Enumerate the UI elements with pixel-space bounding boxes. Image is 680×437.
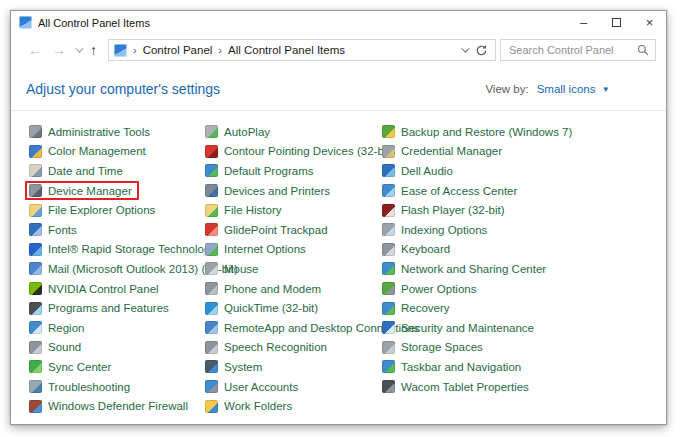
cp-item-keyboard[interactable]: Keyboard: [378, 240, 457, 260]
cp-item-label: Security and Maintenance: [401, 322, 534, 334]
back-button[interactable]: ←: [23, 43, 47, 57]
cp-item-label: System: [224, 361, 262, 373]
color-management-icon: [29, 145, 42, 158]
cp-item-label: Windows Defender Firewall: [48, 400, 188, 412]
cp-item-power-options[interactable]: Power Options: [378, 279, 483, 299]
breadcrumb-control-panel[interactable]: Control Panel: [143, 44, 213, 56]
cp-item-label: Network and Sharing Center: [401, 263, 546, 275]
cp-item-region[interactable]: Region: [25, 318, 91, 338]
cp-item-default-programs[interactable]: Default Programs: [201, 161, 320, 181]
close-button[interactable]: ×: [633, 11, 666, 34]
forward-button[interactable]: →: [47, 43, 71, 57]
cp-item-programs-and-features[interactable]: Programs and Features: [25, 298, 176, 318]
cp-item-quicktime-32-bit[interactable]: QuickTime (32-bit): [201, 298, 325, 318]
cp-item-label: Recovery: [401, 302, 450, 314]
cp-item-taskbar-and-navigation[interactable]: Taskbar and Navigation: [378, 357, 528, 377]
cp-item-file-explorer-options[interactable]: File Explorer Options: [25, 200, 162, 220]
cp-item-fonts[interactable]: Fonts: [25, 220, 84, 240]
recent-pages-chevron-icon[interactable]: [75, 44, 83, 52]
cp-item-intel-rapid-storage-technology[interactable]: Intel® Rapid Storage Technology: [25, 240, 201, 260]
up-button[interactable]: ↑: [85, 43, 102, 57]
cp-item-administrative-tools[interactable]: Administrative Tools: [25, 122, 157, 142]
cp-item-mail-microsoft-outlook-2013-32-bit[interactable]: Mail (Microsoft Outlook 2013) (32-bit): [25, 259, 201, 279]
cp-item-devices-and-printers[interactable]: Devices and Printers: [201, 181, 337, 201]
cp-item-label: Power Options: [401, 283, 476, 295]
close-icon: ×: [646, 16, 654, 29]
control-panel-icon: [19, 16, 32, 29]
breadcrumb[interactable]: › Control Panel › All Control Panel Item…: [108, 39, 496, 61]
cp-item-user-accounts[interactable]: User Accounts: [201, 377, 305, 397]
date-and-time-icon: [29, 164, 42, 177]
view-by-value[interactable]: Small icons: [537, 83, 596, 95]
cp-item-work-folders[interactable]: Work Folders: [201, 396, 299, 416]
cp-item-label: Flash Player (32-bit): [401, 204, 505, 216]
system-icon: [205, 360, 218, 373]
view-by-caret-icon[interactable]: ▾: [603, 84, 608, 94]
maximize-button[interactable]: [600, 11, 633, 34]
cp-item-label: Administrative Tools: [48, 126, 150, 138]
breadcrumb-all-control-panel-items[interactable]: All Control Panel Items: [228, 44, 345, 56]
minimize-button[interactable]: –: [567, 11, 600, 34]
cp-item-glidepoint-trackpad[interactable]: GlidePoint Trackpad: [201, 220, 335, 240]
cp-item-label: Credential Manager: [401, 145, 502, 157]
cp-item-speech-recognition[interactable]: Speech Recognition: [201, 338, 334, 358]
cp-item-backup-and-restore-windows-7[interactable]: Backup and Restore (Windows 7): [378, 122, 579, 142]
items-grid: Administrative ToolsColor ManagementDate…: [11, 111, 666, 424]
cp-item-storage-spaces[interactable]: Storage Spaces: [378, 338, 490, 358]
breadcrumb-chevron-icon: ›: [133, 44, 137, 56]
cp-item-security-and-maintenance[interactable]: Security and Maintenance: [378, 318, 541, 338]
cp-item-color-management[interactable]: Color Management: [25, 142, 153, 162]
cp-item-date-and-time[interactable]: Date and Time: [25, 161, 130, 181]
cp-item-device-manager[interactable]: Device Manager: [25, 181, 139, 201]
cp-item-sync-center[interactable]: Sync Center: [25, 357, 118, 377]
cp-item-sound[interactable]: Sound: [25, 338, 88, 358]
cp-item-label: Work Folders: [224, 400, 292, 412]
cp-item-label: Storage Spaces: [401, 341, 483, 353]
cp-item-troubleshooting[interactable]: Troubleshooting: [25, 377, 137, 397]
cp-item-indexing-options[interactable]: Indexing Options: [378, 220, 494, 240]
cp-item-label: User Accounts: [224, 381, 298, 393]
power-options-icon: [382, 282, 395, 295]
cp-item-label: Phone and Modem: [224, 283, 321, 295]
cp-item-windows-defender-firewall[interactable]: Windows Defender Firewall: [25, 396, 195, 416]
control-panel-window: All Control Panel Items – × ← → ↑ › Cont…: [10, 10, 667, 425]
search-input[interactable]: [507, 43, 637, 57]
cp-item-label: File History: [224, 204, 282, 216]
cp-item-wacom-tablet-properties[interactable]: Wacom Tablet Properties: [378, 377, 536, 397]
cp-item-label: Internet Options: [224, 243, 306, 255]
title-bar: All Control Panel Items – ×: [11, 11, 666, 34]
cp-item-label: Speech Recognition: [224, 341, 327, 353]
cp-item-system[interactable]: System: [201, 357, 269, 377]
dell-audio-icon: [382, 164, 395, 177]
cp-item-dell-audio[interactable]: Dell Audio: [378, 161, 460, 181]
administrative-tools-icon: [29, 125, 42, 138]
refresh-icon[interactable]: [475, 44, 488, 57]
cp-item-credential-manager[interactable]: Credential Manager: [378, 142, 509, 162]
search-box[interactable]: [500, 39, 656, 61]
cp-item-label: Intel® Rapid Storage Technology: [48, 243, 216, 255]
sync-center-icon: [29, 360, 42, 373]
cp-item-nvidia-control-panel[interactable]: NVIDIA Control Panel: [25, 279, 166, 299]
cp-item-recovery[interactable]: Recovery: [378, 298, 457, 318]
cp-item-label: Default Programs: [224, 165, 313, 177]
cp-item-flash-player-32-bit[interactable]: Flash Player (32-bit): [378, 200, 512, 220]
cp-item-label: Contour Pointing Devices (32-bit): [224, 145, 393, 157]
cp-item-label: Fonts: [48, 224, 77, 236]
cp-item-label: Color Management: [48, 145, 146, 157]
mail-icon: [29, 262, 42, 275]
cp-item-file-history[interactable]: File History: [201, 200, 289, 220]
user-accounts-icon: [205, 380, 218, 393]
intel-rapid-storage-technology-icon: [29, 243, 42, 256]
cp-item-phone-and-modem[interactable]: Phone and Modem: [201, 279, 328, 299]
address-dropdown-chevron-icon[interactable]: [461, 44, 469, 52]
cp-item-label: Dell Audio: [401, 165, 453, 177]
cp-item-contour-pointing-devices-32-bit[interactable]: Contour Pointing Devices (32-bit): [201, 142, 378, 162]
cp-item-label: GlidePoint Trackpad: [224, 224, 328, 236]
cp-item-remoteapp-and-desktop-connections[interactable]: RemoteApp and Desktop Connections: [201, 318, 378, 338]
cp-item-network-and-sharing-center[interactable]: Network and Sharing Center: [378, 259, 553, 279]
cp-item-autoplay[interactable]: AutoPlay: [201, 122, 277, 142]
cp-item-ease-of-access-center[interactable]: Ease of Access Center: [378, 181, 524, 201]
items-column: Administrative ToolsColor ManagementDate…: [25, 122, 201, 416]
cp-item-internet-options[interactable]: Internet Options: [201, 240, 313, 260]
cp-item-mouse[interactable]: Mouse: [201, 259, 266, 279]
